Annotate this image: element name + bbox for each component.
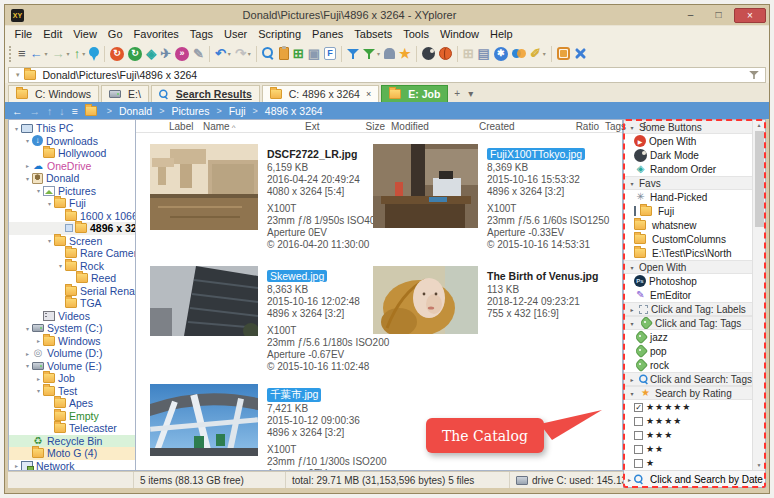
- catalog-rating-3-stars[interactable]: ★★★: [624, 428, 752, 442]
- tree-item-recycle-bin[interactable]: ♻Recycle Bin: [9, 435, 135, 448]
- catalog-rating-1-stars[interactable]: ★: [624, 456, 752, 470]
- menu-icon[interactable]: ≡: [72, 105, 78, 117]
- breadcrumb-folder-icon[interactable]: [85, 106, 97, 116]
- chevron-right-icon[interactable]: ▸: [628, 476, 631, 483]
- menu-favorites[interactable]: Favorites: [128, 28, 184, 40]
- menu-view[interactable]: View: [68, 28, 103, 40]
- thumbnail-chiba-city[interactable]: [150, 384, 258, 456]
- column-header-created[interactable]: Created: [476, 121, 566, 132]
- catalog-item-photoshop[interactable]: PsPhotoshop: [624, 274, 752, 288]
- refresh-icon[interactable]: ↻: [108, 43, 126, 64]
- dark-mode-icon[interactable]: [420, 43, 437, 64]
- column-header-tags[interactable]: Tags: [602, 121, 640, 132]
- edit-script-icon[interactable]: ✎: [191, 43, 206, 64]
- column-header-ratio[interactable]: Ratio: [566, 121, 602, 132]
- catalog-item-customcolumns[interactable]: CustomColumns: [624, 232, 752, 246]
- tree-item-donald[interactable]: ▾Donald: [9, 172, 135, 185]
- file-item[interactable]: FujiX100TTokyo.jpg 8,369 KB 2015-10-16 1…: [373, 144, 622, 266]
- catalog-item-jazz[interactable]: jazz: [624, 330, 752, 344]
- column-header-rating[interactable]: Rating: [640, 121, 646, 132]
- breadcrumb-4896-x-3264[interactable]: 4896 x 3264: [265, 105, 323, 117]
- tab-c-4896-x-3264[interactable]: C: 4896 x 3264×: [262, 85, 379, 102]
- catalog-item-dark-mode[interactable]: Dark Mode: [624, 148, 752, 162]
- file-item[interactable]: DSCF2722_LR.jpg 6,159 KB 2016-04-24 20:4…: [150, 144, 373, 266]
- menu-scripting[interactable]: Scripting: [253, 28, 307, 40]
- undo-icon[interactable]: ↶▾: [213, 43, 233, 64]
- chevron-down-icon[interactable]: ▾: [23, 175, 32, 182]
- chevron-right-icon[interactable]: ▸: [34, 375, 43, 382]
- address-filter-icon[interactable]: [749, 70, 759, 80]
- column-header-modified[interactable]: Modified: [388, 121, 476, 132]
- chevron-down-icon[interactable]: ▾: [45, 200, 54, 207]
- dropdown-arrow-icon[interactable]: ▾: [45, 50, 48, 57]
- tree-item-pictures[interactable]: ▾Pictures: [9, 185, 135, 198]
- catalog-header-open-with[interactable]: ▾Open With: [624, 260, 752, 274]
- catalog-rating-4-stars[interactable]: ★★★★: [624, 414, 752, 428]
- main-menu-icon[interactable]: ≡: [16, 43, 28, 64]
- breadcrumb-donald[interactable]: Donald: [119, 105, 152, 117]
- dropdown-arrow-icon[interactable]: ▾: [82, 50, 85, 57]
- tree-item-network[interactable]: ▸Network: [9, 460, 135, 472]
- back-icon[interactable]: ←: [12, 105, 23, 117]
- back-icon[interactable]: ←▾: [28, 43, 50, 64]
- file-name[interactable]: The Birth of Venus.jpg: [484, 270, 601, 282]
- tree-item-tga[interactable]: TGA: [9, 297, 135, 310]
- column-header-ext[interactable]: Ext: [302, 121, 342, 132]
- file-name[interactable]: 千葉市.jpg: [267, 388, 321, 402]
- tree-item-telecaster[interactable]: Telecaster: [9, 422, 135, 435]
- file-name[interactable]: Skewed.jpg: [267, 270, 327, 282]
- menu-go[interactable]: Go: [102, 28, 128, 40]
- scrollbar-thumb[interactable]: [755, 131, 764, 227]
- catalog-header-favs[interactable]: ▾Favs: [624, 176, 752, 190]
- checkbox-icon[interactable]: [634, 431, 643, 440]
- checkbox-icon[interactable]: [634, 445, 643, 454]
- tab-c-windows[interactable]: C: Windows: [8, 85, 99, 102]
- dropdown-arrow-icon[interactable]: ▾: [67, 50, 70, 57]
- redo-icon[interactable]: ↷▾: [233, 43, 253, 64]
- menu-window[interactable]: Window: [434, 28, 484, 40]
- power-filter-icon[interactable]: ▾: [361, 43, 382, 64]
- color-settings-icon[interactable]: [510, 43, 528, 64]
- scroll-down-icon[interactable]: ▼: [757, 460, 762, 470]
- menu-tags[interactable]: Tags: [184, 28, 218, 40]
- search-icon[interactable]: [260, 43, 277, 64]
- tree-item-windows[interactable]: ▸Windows: [9, 335, 135, 348]
- catalog-scrollbar[interactable]: ▲ ▼: [752, 120, 765, 470]
- tree-item-serial-rename[interactable]: Serial Rename: [9, 285, 135, 298]
- catalog-item-emeditor[interactable]: ✎EmEditor: [624, 288, 752, 302]
- down-icon[interactable]: ↓: [59, 105, 64, 117]
- visual-filter-icon[interactable]: [345, 43, 361, 64]
- tree-item-volume-d[interactable]: ▸◎Volume (D:): [9, 347, 135, 360]
- tree-item-apes[interactable]: Apes: [9, 397, 135, 410]
- tree-item-system-c[interactable]: ▾System (C:): [9, 322, 135, 335]
- catalog-rating-5-stars[interactable]: ✓★★★★★: [624, 400, 752, 414]
- tab-e[interactable]: E:\: [101, 85, 149, 102]
- tree-item-hollywood[interactable]: Hollywood: [9, 147, 135, 160]
- calculate-folder-sizes-icon[interactable]: ↻: [126, 43, 144, 64]
- tree-item-4896-x-3264[interactable]: 4896 x 3264: [9, 222, 135, 235]
- chevron-down-icon[interactable]: ▾: [628, 180, 636, 187]
- checkbox-icon[interactable]: [634, 459, 643, 468]
- dropdown-arrow-icon[interactable]: ▾: [543, 50, 546, 57]
- chevron-right-icon[interactable]: ▸: [34, 337, 43, 344]
- chevron-down-icon[interactable]: ▾: [56, 262, 65, 269]
- highlights-icon[interactable]: ★: [397, 43, 413, 64]
- file-name[interactable]: FujiX100TTokyo.jpg: [487, 148, 585, 160]
- file-name[interactable]: DSCF2722_LR.jpg: [264, 148, 360, 160]
- catalog-item-hand-picked[interactable]: ✳Hand-Picked: [624, 190, 752, 204]
- catalog-item-random-order[interactable]: ◈Random Order: [624, 162, 752, 176]
- tree-item-onedrive[interactable]: ▸☁OneDrive: [9, 160, 135, 173]
- catalog-item-e-test-pics-north[interactable]: E:\Test\Pics\North: [624, 246, 752, 260]
- chevron-down-icon[interactable]: ▾: [45, 237, 54, 244]
- menu-help[interactable]: Help: [485, 28, 519, 40]
- chevron-right-icon[interactable]: ▸: [23, 162, 32, 169]
- minimize-button[interactable]: –: [678, 8, 703, 23]
- dual-pane-icon[interactable]: ⊞: [461, 43, 476, 64]
- menu-tools[interactable]: Tools: [398, 28, 435, 40]
- tree-item-videos[interactable]: Videos: [9, 310, 135, 323]
- thumbnail-birth-of-venus[interactable]: [373, 266, 478, 334]
- tab-menu-button[interactable]: ▾: [464, 88, 477, 99]
- close-button[interactable]: ×: [734, 8, 766, 23]
- tree-item-rare-cameras[interactable]: Rare Cameras: [9, 247, 135, 260]
- file-item[interactable]: The Birth of Venus.jpg 113 KB 2018-12-24…: [373, 266, 622, 384]
